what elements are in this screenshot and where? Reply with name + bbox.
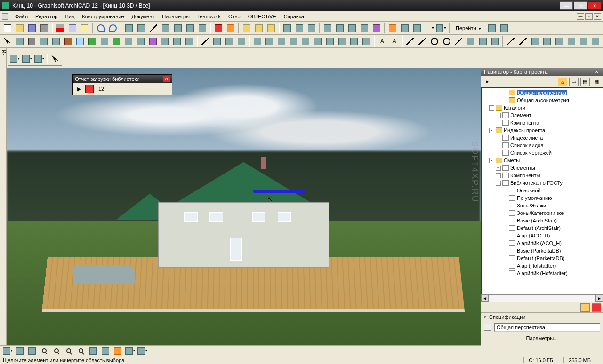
camera-tool[interactable]: [312, 36, 323, 47]
tree-item[interactable]: Alap (Hofstadter): [482, 262, 602, 269]
more3[interactable]: [530, 36, 541, 47]
extra2-tool[interactable]: [349, 36, 360, 47]
selection-handle[interactable]: [253, 190, 306, 193]
roof-tool[interactable]: [111, 36, 122, 47]
door-tool[interactable]: [63, 36, 74, 47]
menu-вид[interactable]: Вид: [61, 13, 78, 20]
mdi-restore[interactable]: ▫: [585, 13, 593, 20]
view-5[interactable]: [371, 23, 382, 34]
tree-item[interactable]: По умолчанию: [482, 194, 602, 202]
tree-item[interactable]: Общая перспектива: [482, 89, 602, 96]
menu-конструирование[interactable]: Конструирование: [78, 13, 128, 20]
mini-arrow[interactable]: [49, 53, 61, 64]
pencil-button[interactable]: [148, 23, 159, 34]
layer-3[interactable]: [306, 23, 317, 34]
more6[interactable]: [566, 36, 577, 47]
paste-button[interactable]: [79, 23, 90, 34]
cut-button[interactable]: [55, 23, 66, 34]
tree-item[interactable]: Список чертежей: [482, 149, 602, 157]
pan-tool[interactable]: [26, 345, 38, 356]
more7[interactable]: [578, 36, 589, 47]
tree-item[interactable]: Основной: [482, 187, 602, 194]
angle-tool[interactable]: [236, 36, 247, 47]
tree-item[interactable]: Общая аксонометрия: [482, 96, 602, 104]
more4[interactable]: [542, 36, 553, 47]
mesh-tool[interactable]: [123, 36, 134, 47]
zoom-in[interactable]: [51, 345, 62, 356]
sheet-button[interactable]: [399, 23, 410, 34]
arc-tool[interactable]: [429, 36, 440, 47]
more1[interactable]: [505, 36, 516, 47]
tree-item[interactable]: Basic (ParkettaDB): [482, 247, 602, 254]
fig-tool[interactable]: [477, 36, 489, 47]
stair-tool[interactable]: [135, 36, 146, 47]
tree-item[interactable]: Default (ArchiStair): [482, 224, 602, 232]
expand-toggle[interactable]: +: [496, 166, 501, 171]
select-button[interactable]: [160, 23, 171, 34]
flag-button[interactable]: [213, 23, 224, 34]
display-dd[interactable]: ▼: [436, 23, 447, 34]
orbit-tool[interactable]: [14, 345, 25, 356]
scroll-right[interactable]: ▶: [595, 295, 603, 302]
expand-toggle[interactable]: -: [489, 105, 494, 111]
tree-item[interactable]: Alapйrtйk (ACO_H): [482, 239, 602, 247]
more2[interactable]: [517, 36, 529, 47]
zone-tool[interactable]: [147, 36, 159, 47]
nav-action-settings[interactable]: [580, 303, 590, 312]
container-2[interactable]: [253, 23, 265, 34]
container-3[interactable]: [265, 23, 277, 34]
container-1[interactable]: [241, 23, 252, 34]
menu-параметры[interactable]: Параметры: [158, 13, 193, 20]
report-close-button[interactable]: ✕: [163, 76, 170, 82]
print-button[interactable]: [39, 23, 50, 34]
measure-button[interactable]: [123, 23, 135, 34]
view-3[interactable]: [346, 23, 358, 34]
extra3-tool[interactable]: [361, 36, 372, 47]
detail-tool[interactable]: [288, 36, 299, 47]
poly-tool[interactable]: [405, 36, 416, 47]
lamp-tool[interactable]: [171, 36, 183, 47]
tree-item[interactable]: -Каталоги: [482, 104, 602, 111]
close-button[interactable]: ✕: [588, 1, 601, 10]
expand-toggle[interactable]: +: [496, 173, 501, 178]
worksheet-tool[interactable]: [300, 36, 312, 47]
view-1[interactable]: [322, 23, 333, 34]
nav-tab-project[interactable]: ⌂: [558, 78, 567, 86]
menu-файл[interactable]: Файл: [11, 13, 32, 20]
tree-item[interactable]: +Элемент: [482, 111, 602, 119]
radius-tool[interactable]: [224, 36, 235, 47]
spec-header[interactable]: ▾ Спецификации: [481, 312, 603, 321]
view-4[interactable]: [359, 23, 370, 34]
report-play-button[interactable]: ▶: [75, 85, 83, 93]
column-tool[interactable]: [38, 36, 49, 47]
mesh2-tool[interactable]: [160, 36, 171, 47]
tree-item[interactable]: Alapйrtйk (Hofstadter): [482, 269, 602, 277]
open-button[interactable]: [14, 23, 25, 34]
intelevation-tool[interactable]: [276, 36, 287, 47]
ruler-button[interactable]: [136, 23, 147, 34]
view-2[interactable]: [334, 23, 346, 34]
nav-tab-publisher[interactable]: ▦: [592, 78, 601, 86]
arrow-tool[interactable]: [2, 36, 13, 47]
home-button[interactable]: [387, 23, 398, 34]
hotspot-tool[interactable]: [465, 36, 476, 47]
next-view[interactable]: [100, 345, 111, 356]
expand-toggle[interactable]: -: [489, 128, 494, 133]
new-button[interactable]: [2, 23, 13, 34]
nav-tab-popup[interactable]: ▸: [483, 78, 492, 86]
tree-item[interactable]: +Элементы: [482, 164, 602, 172]
goto-menu[interactable]: Перейти ▼: [452, 25, 485, 31]
tree-item[interactable]: -Сметы: [482, 157, 602, 164]
tree-item[interactable]: Зоны/Этажи: [482, 202, 602, 209]
view-dd1[interactable]: ▾: [124, 345, 136, 356]
zoom-out[interactable]: [63, 345, 74, 356]
label-tool[interactable]: A: [389, 36, 400, 47]
tree-item[interactable]: Basic (ArchiStair): [482, 217, 602, 224]
viewport-3d[interactable]: ↖: [7, 68, 481, 345]
zoom-fit[interactable]: [75, 345, 87, 356]
object-tool[interactable]: [87, 36, 98, 47]
info-sidebar[interactable]: Ин: [0, 48, 7, 349]
tree-item[interactable]: Компонента: [482, 119, 602, 127]
minimize-button[interactable]: —: [560, 1, 573, 10]
menu-справка[interactable]: Справка: [280, 13, 308, 20]
